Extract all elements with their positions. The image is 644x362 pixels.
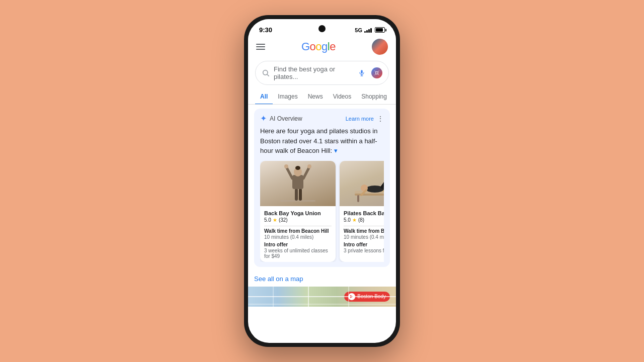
see-all-map-link[interactable]: See all on a map <box>248 271 396 287</box>
phone-device: 9:30 5G Google <box>244 15 400 347</box>
yoga-rating-value: 5.0 <box>264 217 271 223</box>
svg-point-15 <box>307 164 311 168</box>
card-divider <box>264 226 332 226</box>
ai-overview-header: ✦ AI Overview Learn more ⋮ <box>260 114 384 123</box>
ai-overview-title: AI Overview <box>270 115 302 122</box>
search-icon <box>262 69 270 77</box>
yoga-walk-detail: 10 minutes (0.4 miles) <box>264 234 332 240</box>
yoga-intro-detail: 3 weeks of unlimited classes for $49 <box>264 248 332 259</box>
ai-description-text: Here are four yoga and pilates studios i… <box>260 126 384 156</box>
tab-news[interactable]: News <box>303 89 328 104</box>
ai-overview-panel: ✦ AI Overview Learn more ⋮ Here are four… <box>254 109 390 267</box>
map-strip[interactable]: ▶ Boston Body <box>248 287 396 307</box>
star-icon-2: ★ <box>352 217 357 223</box>
signal-icon <box>364 28 372 33</box>
learn-more-link[interactable]: Learn more <box>346 116 374 122</box>
pilates-card-info: Pilates Back Bay 5.0 ★ (8) Walk time fro… <box>340 206 384 256</box>
phone-screen: 9:30 5G Google <box>248 19 396 343</box>
svg-rect-6 <box>280 200 315 202</box>
card-divider-2 <box>344 226 384 226</box>
ai-actions: Learn more ⋮ <box>346 115 384 123</box>
expand-chevron-icon[interactable]: ▾ <box>334 147 338 154</box>
google-lens-button[interactable] <box>371 67 382 78</box>
yoga-card-info: Back Bay Yoga Union 5.0 ★ (32) Walk time… <box>260 206 336 262</box>
status-time: 9:30 <box>259 26 272 34</box>
tab-all[interactable]: All <box>255 89 273 104</box>
pilates-rating-value: 5.0 <box>344 217 351 223</box>
svg-rect-9 <box>292 175 303 189</box>
network-label: 5G <box>355 27 362 33</box>
pilates-studio-name: Pilates Back Bay <box>344 210 384 216</box>
pilates-review-count: (8) <box>358 217 364 223</box>
studio-cards-row: Back Bay Yoga Union 5.0 ★ (32) Walk time… <box>260 161 384 262</box>
pilates-studio-image <box>340 161 384 206</box>
pilates-walk-detail: 10 minutes (0.4 miles <box>344 234 384 240</box>
menu-button[interactable] <box>256 44 265 50</box>
tab-videos[interactable]: Videos <box>328 89 356 104</box>
tab-pers[interactable]: Pers <box>392 89 396 104</box>
svg-rect-17 <box>355 194 384 196</box>
search-bar[interactable]: Find the best yoga or pilates... <box>255 61 389 85</box>
star-icon: ★ <box>273 217 277 223</box>
svg-line-12 <box>286 167 292 178</box>
yoga-review-count: (32) <box>279 217 288 223</box>
tab-shopping[interactable]: Shopping <box>356 89 392 104</box>
map-roads-svg <box>248 287 396 307</box>
svg-point-14 <box>284 164 288 168</box>
front-camera <box>318 25 326 32</box>
pilates-intro-detail: 3 private lessons for $250 <box>344 248 384 253</box>
svg-point-11 <box>295 166 300 170</box>
pilates-walk-label: Walk time from Beac <box>344 228 384 234</box>
svg-rect-2 <box>361 70 363 73</box>
voice-search-button[interactable] <box>356 67 367 78</box>
yoga-studio-name: Back Bay Yoga Union <box>264 210 332 216</box>
status-icons: 5G <box>355 27 385 33</box>
ai-spark-icon: ✦ <box>260 114 267 123</box>
search-results: ✦ AI Overview Learn more ⋮ Here are four… <box>248 105 396 343</box>
search-tabs: All Images News Videos Shopping Pers <box>248 89 396 105</box>
app-header: Google <box>248 37 396 59</box>
svg-line-1 <box>267 74 269 76</box>
pilates-intro-label: Intro offer <box>344 242 384 247</box>
ai-title-row: ✦ AI Overview <box>260 114 302 123</box>
studio-card-yoga[interactable]: Back Bay Yoga Union 5.0 ★ (32) Walk time… <box>260 161 336 262</box>
yoga-walk-label: Walk time from Beacon Hill <box>264 228 332 234</box>
user-avatar[interactable] <box>372 39 388 55</box>
yoga-intro-label: Intro offer <box>264 242 332 247</box>
yoga-studio-rating: 5.0 ★ (32) <box>264 217 332 223</box>
svg-rect-18 <box>357 195 359 202</box>
battery-icon <box>375 27 385 33</box>
pilates-figure-svg <box>352 161 384 206</box>
svg-line-22 <box>382 173 384 187</box>
pilates-studio-rating: 5.0 ★ (8) <box>344 217 384 223</box>
google-logo: Google <box>301 40 336 53</box>
svg-point-0 <box>263 70 268 75</box>
svg-line-13 <box>303 167 309 178</box>
svg-rect-7 <box>295 189 298 201</box>
avatar-image <box>372 39 388 55</box>
tab-images[interactable]: Images <box>273 89 302 104</box>
more-options-button[interactable]: ⋮ <box>377 115 384 123</box>
studio-card-pilates[interactable]: Pilates Back Bay 5.0 ★ (8) Walk time fro… <box>340 161 384 262</box>
search-placeholder: Find the best yoga or pilates... <box>274 65 352 80</box>
yoga-figure-svg <box>275 161 320 206</box>
yoga-studio-image <box>260 161 336 206</box>
svg-rect-8 <box>299 189 302 201</box>
